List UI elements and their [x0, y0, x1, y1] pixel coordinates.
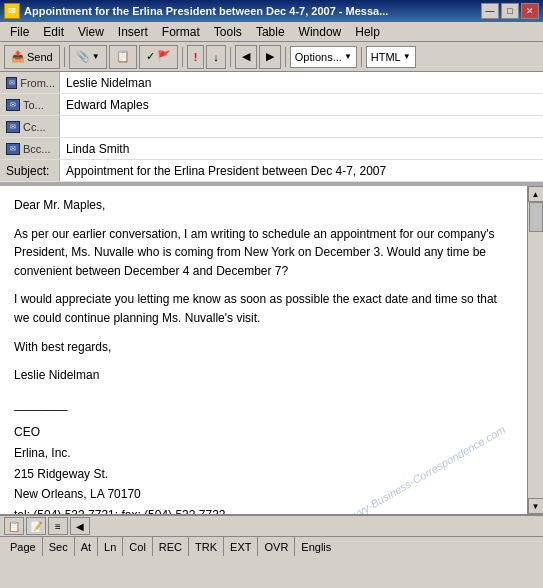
app-icon: ✉: [4, 3, 20, 19]
priority-low-icon: ↓: [213, 51, 219, 63]
title-bar-left: ✉ Appointment for the Erlina President b…: [4, 3, 388, 19]
format-dropdown[interactable]: HTML ▼: [366, 46, 416, 68]
menu-format[interactable]: Format: [156, 23, 206, 41]
cc-label: ✉ Cc...: [0, 116, 60, 137]
attach-icon: 📎: [76, 50, 90, 63]
sender-title: CEO: [14, 423, 513, 442]
attach-button[interactable]: 📎 ▼: [69, 45, 107, 69]
bcc-label: ✉ Bcc...: [0, 138, 60, 159]
bottom-btn-1[interactable]: 📋: [4, 517, 24, 535]
menu-edit[interactable]: Edit: [37, 23, 70, 41]
format-arrow-icon: ▼: [403, 52, 411, 61]
from-label: ✉ From...: [0, 72, 60, 93]
menu-window[interactable]: Window: [293, 23, 348, 41]
separator-line: ________: [14, 395, 513, 414]
from-row: ✉ From... Leslie Nidelman: [0, 72, 543, 94]
address-line1: 215 Ridgeway St.: [14, 465, 513, 484]
scroll-thumb[interactable]: [529, 202, 543, 232]
address-book-button[interactable]: 📋: [109, 45, 137, 69]
subject-value: Appointment for the Erlina President bet…: [60, 160, 543, 181]
to-label: ✉ To...: [0, 94, 60, 115]
cc-icon: ✉: [6, 121, 20, 133]
toolbar-separator-5: [361, 47, 362, 67]
attach-dropdown-arrow: ▼: [92, 52, 100, 61]
scroll-bar: ▲ ▼: [527, 186, 543, 514]
menu-table[interactable]: Table: [250, 23, 291, 41]
sender-name: Leslie Nidelman: [14, 366, 513, 385]
format-label: HTML: [371, 51, 401, 63]
cc-row: ✉ Cc...: [0, 116, 543, 138]
prev-button[interactable]: ◀: [235, 45, 257, 69]
to-row: ✉ To... Edward Maples: [0, 94, 543, 116]
toolbar-separator-2: [182, 47, 183, 67]
status-ln: Ln: [98, 537, 123, 556]
header-fields: ✉ From... Leslie Nidelman ✉ To... Edward…: [0, 72, 543, 184]
menu-help[interactable]: Help: [349, 23, 386, 41]
options-dropdown[interactable]: Options... ▼: [290, 46, 357, 68]
priority-low-button[interactable]: ↓: [206, 45, 226, 69]
options-arrow-icon: ▼: [344, 52, 352, 61]
menu-tools[interactable]: Tools: [208, 23, 248, 41]
bottom-btn-4[interactable]: ◀: [70, 517, 90, 535]
title-controls: — □ ✕: [481, 3, 539, 19]
title-bar: ✉ Appointment for the Erlina President b…: [0, 0, 543, 22]
status-bar: Page Sec At Ln Col REC TRK EXT OVR Engli…: [0, 536, 543, 556]
options-label: Options...: [295, 51, 342, 63]
next-button[interactable]: ▶: [259, 45, 281, 69]
bottom-toolbar: 📋 📝 ≡ ◀: [0, 514, 543, 536]
status-trk: TRK: [189, 537, 224, 556]
address-book-icon: 📋: [116, 50, 130, 63]
phone-line: tel: (504) 532 7731; fax: (504) 532 7732: [14, 506, 513, 514]
cc-value: [60, 116, 543, 137]
message-body[interactable]: Dear Mr. Maples, As per our earlier conv…: [0, 186, 527, 514]
send-button[interactable]: 📤 Send: [4, 45, 60, 69]
menu-file[interactable]: File: [4, 23, 35, 41]
bcc-row: ✉ Bcc... Linda Smith: [0, 138, 543, 160]
toolbar-separator-4: [285, 47, 286, 67]
message-body-wrapper: Dear Mr. Maples, As per our earlier conv…: [0, 184, 543, 514]
status-ext: EXT: [224, 537, 258, 556]
next-icon: ▶: [266, 50, 274, 63]
from-icon: ✉: [6, 77, 17, 89]
scroll-track[interactable]: [529, 202, 543, 498]
bottom-btn-3[interactable]: ≡: [48, 517, 68, 535]
priority-high-button[interactable]: !: [187, 45, 205, 69]
bcc-icon: ✉: [6, 143, 20, 155]
from-value: Leslie Nidelman: [60, 72, 543, 93]
toolbar-separator-3: [230, 47, 231, 67]
subject-row: Subject: Appointment for the Erlina Pres…: [0, 160, 543, 182]
send-label: Send: [27, 51, 53, 63]
maximize-button[interactable]: □: [501, 3, 519, 19]
menu-insert[interactable]: Insert: [112, 23, 154, 41]
toolbar-separator-1: [64, 47, 65, 67]
to-value: Edward Maples: [60, 94, 543, 115]
status-rec: REC: [153, 537, 189, 556]
check-icon: ✓: [146, 50, 155, 63]
status-at: At: [75, 537, 98, 556]
scroll-up-button[interactable]: ▲: [528, 186, 544, 202]
status-sec: Sec: [43, 537, 75, 556]
send-icon: 📤: [11, 50, 25, 63]
company-name: Erlina, Inc.: [14, 444, 513, 463]
minimize-button[interactable]: —: [481, 3, 499, 19]
flag-icon: 🚩: [157, 50, 171, 63]
menu-view[interactable]: View: [72, 23, 110, 41]
status-ovr: OVR: [258, 537, 295, 556]
bcc-value: Linda Smith: [60, 138, 543, 159]
check-button[interactable]: ✓ 🚩: [139, 45, 178, 69]
status-page: Page: [4, 537, 43, 556]
window-title: Appointment for the Erlina President bet…: [24, 5, 388, 17]
closing: With best regards,: [14, 338, 513, 357]
status-col: Col: [123, 537, 153, 556]
address-line2: New Orleans, LA 70170: [14, 485, 513, 504]
prev-icon: ◀: [242, 50, 250, 63]
close-button[interactable]: ✕: [521, 3, 539, 19]
bottom-btn-2[interactable]: 📝: [26, 517, 46, 535]
menu-bar: File Edit View Insert Format Tools Table…: [0, 22, 543, 42]
subject-label: Subject:: [0, 160, 60, 181]
status-lang: Englis: [295, 537, 337, 556]
scroll-down-button[interactable]: ▼: [528, 498, 544, 514]
paragraph2: I would appreciate you letting me know a…: [14, 290, 513, 327]
paragraph1: As per our earlier conversation, I am wr…: [14, 225, 513, 281]
toolbar: 📤 Send 📎 ▼ 📋 ✓ 🚩 ! ↓ ◀ ▶ Options... ▼ HT…: [0, 42, 543, 72]
